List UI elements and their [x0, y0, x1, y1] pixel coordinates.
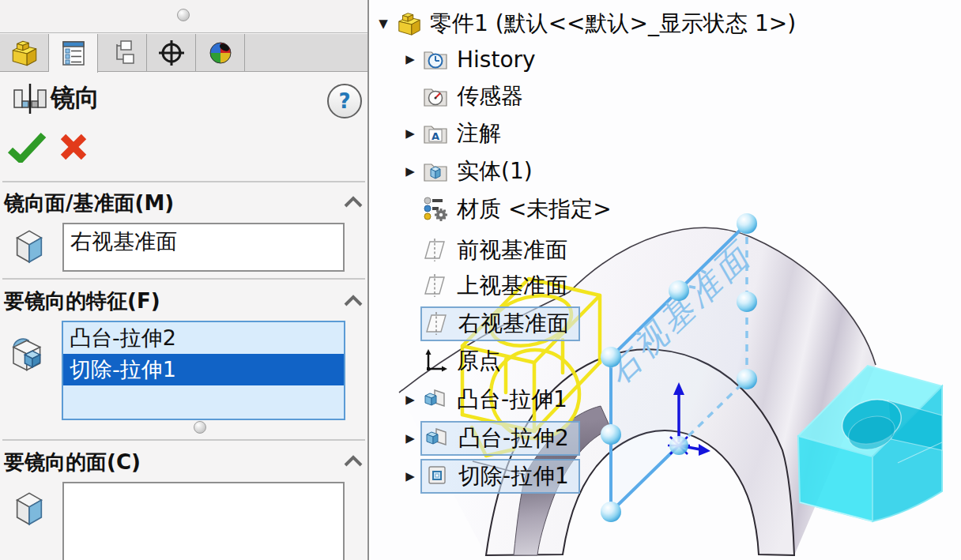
tree-item-part-root[interactable]: ▼ 零件1 (默认<<默认>_显示状态 1>)	[373, 6, 796, 42]
expander-expand-icon[interactable]: ▶	[400, 126, 420, 141]
features-selection-icon	[9, 335, 47, 373]
svg-text:A: A	[432, 130, 439, 142]
tree-item-history[interactable]: ▶ History	[400, 41, 536, 77]
tab-dimxpertmanager[interactable]	[147, 34, 196, 72]
tree-item-label: 材质 <未指定>	[457, 194, 612, 224]
tree-item-top-plane[interactable]: ▶ 上视基准面	[400, 268, 567, 304]
tree-item-label: 凸台-拉伸2	[458, 423, 569, 453]
faces-to-mirror-field[interactable]	[62, 482, 345, 560]
plane-icon	[422, 237, 450, 264]
ok-button[interactable]	[6, 131, 47, 163]
plane-icon	[422, 272, 450, 299]
boss-extrude-icon	[424, 425, 452, 452]
tree-item-label: 实体(1)	[457, 156, 533, 186]
panel-top-strip	[0, 0, 369, 33]
section-divider	[2, 181, 365, 182]
mirror-plane-field[interactable]: 右视基准面	[62, 223, 345, 272]
expander-collapse-icon[interactable]: ▼	[373, 17, 394, 31]
list-item[interactable]: 切除-拉伸1	[63, 354, 344, 385]
selected-row-highlight: 凸台-拉伸2	[420, 421, 580, 456]
mirror-icon	[9, 82, 51, 118]
list-item[interactable]: 凸台-拉伸2	[63, 322, 344, 354]
features-to-mirror-list[interactable]: 凸台-拉伸2 切除-拉伸1	[62, 321, 345, 420]
plane-icon	[424, 310, 452, 337]
chevron-up-icon[interactable]	[343, 295, 364, 306]
tree-item-label: 注解	[457, 118, 501, 148]
tree-item-right-plane[interactable]: ▶ 右视基准面	[400, 306, 580, 342]
section-resize-grip[interactable]	[194, 421, 206, 434]
part-icon	[395, 10, 424, 37]
solid-bodies-icon	[422, 158, 450, 185]
expander-expand-icon[interactable]: ▶	[400, 469, 420, 483]
tab-featuremanager[interactable]	[0, 34, 49, 72]
boss-extrude-icon	[422, 386, 450, 413]
tree-item-label: 原点	[457, 346, 501, 376]
tree-item-material[interactable]: ▶ 材质 <未指定>	[400, 191, 612, 227]
section-faces-header: 要镜向的面(C)	[4, 449, 141, 476]
mirror-plane-value: 右视基准面	[70, 229, 177, 254]
section-divider	[2, 439, 365, 441]
configuration-manager-icon	[107, 39, 138, 67]
graphics-viewport[interactable]: 右视基准面	[371, 0, 961, 560]
dimxpert-icon	[156, 38, 187, 68]
selected-row-highlight: 切除-拉伸1	[420, 459, 580, 494]
expander-expand-icon[interactable]: ▶	[400, 393, 420, 407]
tree-item-origin[interactable]: ▶ 原点	[400, 343, 501, 379]
tree-item-boss-extrude2[interactable]: ▶ 凸台-拉伸2	[400, 420, 580, 457]
tree-item-label: 上视基准面	[457, 271, 567, 301]
chevron-up-icon[interactable]	[343, 455, 364, 467]
section-mirror-plane-header: 镜向面/基准面(M)	[4, 190, 174, 217]
annotations-icon: A	[422, 120, 450, 147]
tree-item-label: History	[457, 47, 536, 73]
page-title: 镜向	[51, 81, 100, 115]
selected-row-highlight: 右视基准面	[420, 306, 580, 341]
tree-item-boss-extrude1[interactable]: ▶ 凸台-拉伸1	[400, 381, 567, 418]
tree-item-label: 凸台-拉伸1	[457, 385, 567, 415]
face-selection-icon	[13, 227, 46, 264]
help-label: ?	[338, 89, 350, 113]
cancel-button[interactable]	[60, 133, 87, 160]
tab-configurationmanager[interactable]	[98, 34, 147, 72]
section-divider	[2, 278, 365, 280]
tree-item-cut-extrude1[interactable]: ▶ 切除-拉伸1	[400, 458, 580, 494]
tree-item-label: 传感器	[457, 81, 523, 111]
tree-item-annotations[interactable]: ▶ A 注解	[400, 115, 501, 152]
property-manager-icon	[58, 39, 89, 68]
property-manager-panel: 镜向 ? 镜向面/基准面(M) 右视基准面 要镜向的特征(F) 凸台-拉伸2	[0, 0, 369, 560]
expander-expand-icon[interactable]: ▶	[400, 431, 420, 445]
tree-item-label: 零件1 (默认<<默认>_显示状态 1>)	[430, 9, 796, 39]
tree-item-solid-bodies[interactable]: ▶ 实体(1)	[400, 153, 533, 190]
tab-propertymanager[interactable]	[49, 34, 98, 73]
manager-tab-bar	[0, 34, 369, 72]
tree-item-front-plane[interactable]: ▶ 前视基准面	[400, 232, 567, 269]
material-icon	[422, 196, 450, 223]
history-icon	[422, 46, 450, 73]
panel-resize-grip[interactable]	[177, 9, 190, 21]
tree-item-sensors[interactable]: ▶ 传感器	[400, 78, 523, 115]
expander-expand-icon[interactable]: ▶	[400, 164, 420, 179]
help-button[interactable]: ?	[327, 84, 362, 118]
sensors-icon	[422, 83, 450, 110]
tree-item-label: 前视基准面	[457, 235, 567, 265]
origin-icon	[422, 348, 450, 374]
display-manager-icon	[205, 38, 236, 68]
tab-displaymanager[interactable]	[196, 34, 245, 72]
chevron-up-icon[interactable]	[343, 196, 364, 208]
section-features-header: 要镜向的特征(F)	[4, 288, 160, 315]
part-icon	[9, 38, 40, 68]
face-selection-icon	[13, 490, 46, 526]
expander-expand-icon[interactable]: ▶	[400, 52, 420, 66]
tree-item-label: 切除-拉伸1	[458, 461, 569, 491]
cut-extrude-icon	[424, 463, 452, 490]
tree-item-label: 右视基准面	[458, 309, 569, 339]
